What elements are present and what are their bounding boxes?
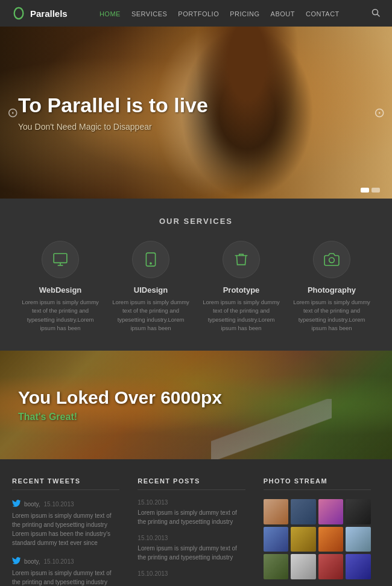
hero-dot-2[interactable]	[371, 188, 380, 193]
hero-prev-arrow[interactable]: ⊙	[7, 105, 18, 121]
hero-dot-1[interactable]	[361, 188, 369, 193]
nav-link-contact[interactable]: CONTACT	[306, 10, 340, 18]
parallax-subtitle: That's Great!	[18, 412, 222, 422]
photography-icon-circle	[313, 241, 350, 278]
tweet-2-text: Lorem ipsum is simply dummy text of the …	[12, 568, 119, 586]
brand-name: Parallels	[30, 8, 68, 19]
nav-link-home[interactable]: HOME	[100, 10, 121, 18]
photo-thumb-3[interactable]	[318, 499, 344, 524]
hero-next-arrow[interactable]: ⊙	[374, 105, 385, 121]
twitter-icon-1	[12, 499, 21, 509]
tweets-title: RECENT TWEETS	[12, 477, 119, 490]
uidesign-name: UIDesign	[134, 285, 168, 295]
tablet-icon	[143, 252, 159, 267]
photostream-col: PHOTO STREAM	[254, 477, 380, 586]
monitor-icon	[52, 252, 68, 267]
parallax-banner: You Loked Over 6000px That's Great!	[0, 351, 392, 459]
twitter-icon-2	[12, 556, 21, 566]
hero-title: To Parallel is to live	[18, 94, 208, 117]
photography-desc: Lorem ipsum is simply dummy text of the …	[292, 298, 371, 333]
parallels-logo-icon	[12, 7, 25, 20]
brand-logo[interactable]: Parallels	[12, 7, 68, 20]
photo-thumb-12[interactable]	[346, 554, 371, 579]
tweet-1: booty, 15.10.2013 Lorem ipsum is simply …	[12, 499, 119, 547]
hero-section: To Parallel is to live You Don't Need Ma…	[0, 27, 392, 199]
svg-line-1	[377, 14, 379, 16]
tweet-2-user: booty,	[24, 558, 40, 565]
posts-col: RECENT POSTS 15.10.2013 Lorem ipsum is s…	[128, 477, 254, 586]
tweet-2-header: booty, 15.10.2013	[12, 556, 119, 566]
tweet-2-date: 15.10.2013	[44, 558, 74, 565]
nav-link-pricing[interactable]: PRICING	[230, 10, 259, 18]
svg-point-6	[150, 263, 151, 264]
nav-item-home[interactable]: HOME	[100, 8, 121, 19]
webdesign-name: WebDesign	[39, 285, 82, 295]
navbar: Parallels HOME SERVICES PORTFOLIO PRICIN…	[0, 0, 392, 27]
search-icon[interactable]	[371, 8, 380, 19]
services-section: OUR SERVICES WebDesign Lorem ipsum is si…	[0, 199, 392, 351]
svg-point-7	[329, 258, 335, 263]
hero-subtitle: You Don't Need Magic to Disappear	[18, 122, 208, 132]
tweets-col: RECENT TWEETS booty, 15.10.2013 Lorem ip…	[12, 477, 128, 586]
photo-thumb-5[interactable]	[264, 527, 289, 552]
prototype-desc: Lorem ipsum is simply dummy text of the …	[202, 298, 280, 333]
posts-title: RECENT POSTS	[138, 477, 245, 490]
post-2: 15.10.2013 Lorem ipsum is simply dummy t…	[138, 535, 245, 562]
service-uidesign: UIDesign Lorem ipsum is simply dummy tex…	[112, 241, 190, 333]
post-1-date: 15.10.2013	[138, 499, 245, 506]
footer-section: RECENT TWEETS booty, 15.10.2013 Lorem ip…	[0, 459, 392, 586]
tweet-1-header: booty, 15.10.2013	[12, 499, 119, 509]
webdesign-icon-circle	[42, 241, 79, 278]
tweet-1-user: booty,	[24, 501, 40, 508]
services-title: OUR SERVICES	[12, 217, 380, 226]
hero-text-block: To Parallel is to live You Don't Need Ma…	[0, 94, 226, 132]
nav-link-services[interactable]: SERVICES	[131, 10, 167, 18]
post-1-text: Lorem ipsum is simply dummy text of the …	[138, 508, 245, 526]
post-3-date: 15.10.2013	[138, 570, 245, 577]
uidesign-desc: Lorem ipsum is simply dummy text of the …	[112, 298, 190, 333]
photostream-title: PHOTO STREAM	[264, 477, 371, 490]
nav-item-pricing[interactable]: PRICING	[230, 8, 259, 19]
nav-item-about[interactable]: ABOUT	[271, 8, 295, 19]
prototype-name: Prototype	[223, 285, 260, 295]
service-photography: Photography Lorem ipsum is simply dummy …	[292, 241, 371, 333]
nav-item-portfolio[interactable]: PORTFOLIO	[178, 8, 219, 19]
webdesign-desc: Lorem ipsum is simply dummy text of the …	[21, 298, 100, 333]
svg-rect-2	[54, 253, 67, 263]
post-2-date: 15.10.2013	[138, 535, 245, 541]
hero-slide-dots	[361, 188, 380, 193]
uidesign-icon-circle	[132, 241, 169, 278]
service-prototype: Prototype Lorem ipsum is simply dummy te…	[202, 241, 280, 333]
nav-item-contact[interactable]: CONTACT	[306, 8, 340, 19]
photo-thumb-7[interactable]	[318, 527, 344, 552]
service-webdesign: WebDesign Lorem ipsum is simply dummy te…	[21, 241, 100, 333]
nav-links: HOME SERVICES PORTFOLIO PRICING ABOUT CO…	[100, 8, 340, 19]
photo-thumb-6[interactable]	[291, 527, 316, 552]
tweet-1-date: 15.10.2013	[44, 501, 74, 508]
post-2-text: Lorem ipsum is simply dummy text of the …	[138, 544, 245, 562]
photo-thumb-8[interactable]	[346, 527, 371, 552]
photography-name: Photography	[308, 285, 356, 295]
photo-thumb-11[interactable]	[318, 554, 344, 579]
nav-item-services[interactable]: SERVICES	[131, 8, 167, 19]
camera-icon	[324, 252, 340, 267]
post-3: 15.10.2013	[138, 570, 245, 577]
nav-link-portfolio[interactable]: PORTFOLIO	[178, 10, 219, 18]
photo-thumb-4[interactable]	[346, 499, 371, 524]
trash-icon	[233, 252, 249, 267]
photo-thumb-9[interactable]	[264, 554, 289, 579]
photo-grid	[264, 499, 371, 579]
parallax-text-block: You Loked Over 6000px That's Great!	[0, 387, 240, 422]
photo-thumb-1[interactable]	[264, 499, 289, 524]
parallax-title: You Loked Over 6000px	[18, 387, 222, 408]
prototype-icon-circle	[223, 241, 260, 278]
nav-link-about[interactable]: ABOUT	[271, 10, 295, 18]
tweet-2: booty, 15.10.2013 Lorem ipsum is simply …	[12, 556, 119, 586]
tweet-1-text: Lorem ipsum is simply dummy text of the …	[12, 511, 119, 547]
photo-thumb-10[interactable]	[291, 554, 316, 579]
post-1: 15.10.2013 Lorem ipsum is simply dummy t…	[138, 499, 245, 526]
photo-thumb-2[interactable]	[291, 499, 316, 524]
services-grid: WebDesign Lorem ipsum is simply dummy te…	[12, 241, 380, 333]
